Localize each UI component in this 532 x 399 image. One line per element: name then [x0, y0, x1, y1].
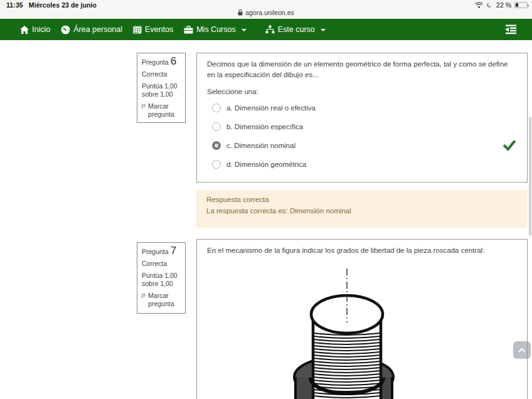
feedback-title: Respuesta correcta — [206, 196, 517, 203]
option-label: a. Dimensión real o efectiva — [226, 103, 316, 114]
home-icon — [20, 26, 29, 34]
select-one-prompt: Seleccione una: — [207, 87, 517, 97]
battery-percent-text: 22 % — [496, 1, 511, 9]
blocks-drawer-toggle-icon[interactable] — [504, 24, 518, 35]
flag-question-link[interactable]: Marcar pregunta — [142, 102, 181, 119]
date-text: Miércoles 23 de junio — [29, 1, 97, 9]
nav-item-mis-cursos[interactable]: Mis Cursos — [184, 25, 247, 34]
option-label: d. Dimensión geométrica — [226, 159, 306, 170]
moodle-navbar: Inicio Área personal — [0, 19, 532, 40]
option-d[interactable]: d. Dimensión geométrica — [207, 155, 517, 174]
option-a[interactable]: a. Dimensión real o efectiva — [207, 98, 517, 117]
question-text: Decimos que la dimensión de un elemento … — [207, 59, 517, 80]
clock-text: 11:35 — [6, 1, 23, 9]
nav-label: Eventos — [145, 25, 173, 34]
radio-button[interactable] — [212, 160, 221, 169]
radio-button[interactable] — [212, 122, 221, 131]
flag-label: Marcar pregunta — [148, 292, 181, 308]
question-6-content: Decimos que la dimensión de un elemento … — [196, 53, 528, 183]
threaded-shaft-figure — [270, 264, 434, 399]
question-6-info-box: Pregunta6 Correcta Puntúa 1,00sobre 1,00… — [137, 53, 186, 123]
question-points: Puntúa 1,00sobre 1,00 — [142, 82, 181, 98]
safari-moodle-quiz-page: 11:35Miércoles 23 de junio 22 % agora.un… — [0, 0, 532, 399]
address-bar[interactable]: agora.unileon.es — [0, 9, 532, 16]
scroll-to-top-button[interactable] — [513, 341, 531, 359]
flag-question-link[interactable]: Marcar pregunta — [142, 292, 181, 308]
briefcase-icon — [184, 26, 193, 34]
question-text: En el mecanismo de la figura indicar los… — [207, 245, 517, 256]
nav-item-area-personal[interactable]: Área personal — [61, 25, 122, 35]
nav-item-eventos[interactable]: Eventos — [133, 25, 173, 34]
nav-item-inicio[interactable]: Inicio — [20, 25, 50, 34]
question-7-info-box: Pregunta7 Correcta Puntúa 1,00sobre 1,00… — [137, 242, 186, 314]
ios-status-bar: 11:35Miércoles 23 de junio 22 % agora.un… — [0, 0, 532, 19]
nav-label: Inicio — [32, 25, 50, 34]
feedback-box: Respuesta correcta La respuesta correcta… — [196, 190, 527, 228]
chevron-down-icon — [242, 29, 247, 31]
lock-icon — [238, 9, 243, 16]
calendar-icon — [133, 25, 142, 34]
moon-dnd-icon — [486, 2, 493, 9]
battery-icon — [514, 2, 528, 8]
correct-check-icon — [503, 139, 516, 151]
status-time-date: 11:35Miércoles 23 de junio — [6, 1, 97, 9]
option-c[interactable]: c. Dimensión nominal — [207, 136, 517, 155]
question-points: Puntúa 1,00sobre 1,00 — [142, 272, 181, 288]
question-state: Correcta — [142, 260, 181, 268]
nav-label: Área personal — [73, 25, 122, 34]
question-number: Pregunta6 — [142, 57, 181, 66]
wifi-icon — [475, 2, 483, 8]
radio-button[interactable] — [212, 104, 221, 112]
nav-label: Mis Cursos — [196, 25, 236, 34]
radio-button[interactable] — [212, 141, 221, 150]
option-label: c. Dimensión nominal — [226, 141, 295, 151]
sitemap-icon — [265, 25, 275, 34]
url-text: agora.unileon.es — [245, 9, 294, 16]
flag-icon — [142, 292, 146, 300]
nav-item-este-curso[interactable]: Este curso — [265, 25, 326, 34]
dashboard-icon — [61, 25, 70, 35]
nav-label: Este curso — [278, 25, 315, 34]
chevron-up-icon — [518, 348, 526, 353]
chevron-down-icon — [321, 29, 326, 31]
scrollbar-thumb[interactable] — [529, 117, 531, 236]
feedback-text: La respuesta correcta es: Dimensión nomi… — [206, 207, 517, 215]
question-number: Pregunta7 — [142, 247, 181, 256]
option-label: b. Dimensión específica — [226, 122, 303, 132]
option-b[interactable]: b. Dimensión específica — [207, 117, 517, 136]
question-state: Correcta — [142, 70, 181, 78]
answer-options: a. Dimensión real o efectiva b. Dimensió… — [207, 98, 517, 174]
question-7-content: En el mecanismo de la figura indicar los… — [196, 239, 528, 399]
flag-icon — [142, 103, 146, 110]
flag-label: Marcar pregunta — [148, 102, 181, 119]
